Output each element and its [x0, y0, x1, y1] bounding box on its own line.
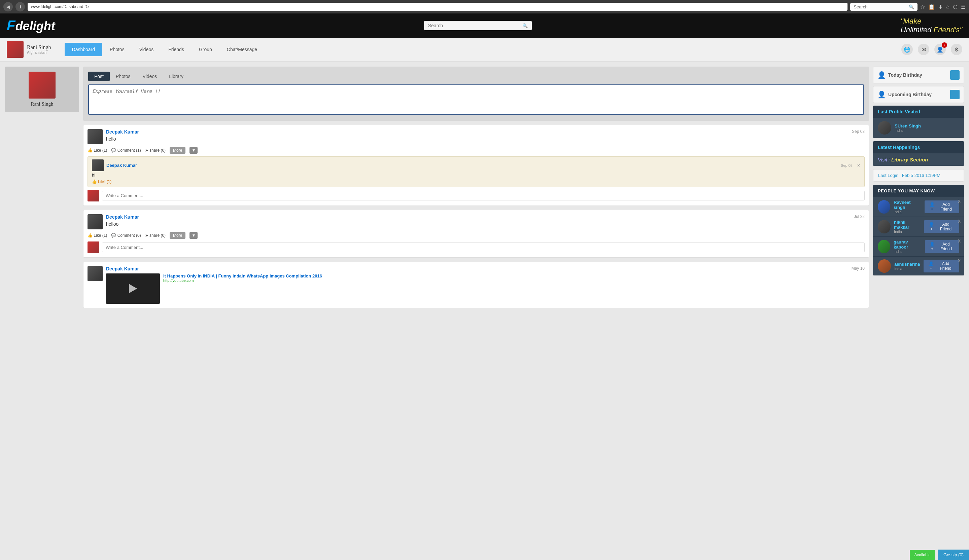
comment-close-1[interactable]: ✕ — [857, 163, 860, 168]
feed-username-3[interactable]: Deepak Kumar — [106, 266, 848, 271]
add-friend-button-2[interactable]: 👤+ Add Friend — [925, 240, 959, 253]
upcoming-birthday-toggle[interactable] — [950, 90, 959, 99]
site-search-icon[interactable]: 🔍 — [522, 23, 528, 28]
more-arrow-1[interactable]: ▼ — [190, 147, 198, 154]
browser-search-input[interactable] — [854, 4, 907, 10]
site-tagline: "Make Unlimited Friend's" — [901, 17, 962, 34]
people-name-3[interactable]: ashusharma — [894, 262, 920, 267]
last-login-bar: Last Login : Feb 5 2016 1:19PM — [873, 169, 964, 182]
feed-date-3: May 10 — [852, 266, 865, 271]
people-close-1[interactable]: X — [958, 219, 961, 224]
people-country-0: India — [894, 210, 921, 214]
today-birthday-toggle[interactable] — [950, 70, 959, 80]
post-tab-post[interactable]: Post — [88, 71, 110, 81]
reload-button[interactable]: ↻ — [85, 4, 89, 10]
comment-input-area-1 — [88, 190, 865, 201]
bookmark-star-icon[interactable]: ☆ — [920, 4, 925, 10]
comment-button-2[interactable]: 💬 Comment (0) — [111, 233, 141, 238]
people-name-0[interactable]: Ravneet singh — [894, 200, 921, 210]
happenings-library-text[interactable]: Library Section — [891, 157, 928, 163]
profile-card: Rani Singh — [5, 66, 79, 112]
people-close-3[interactable]: X — [958, 259, 961, 263]
tagline-unlimited: Unlimited — [901, 26, 934, 34]
feed-username-1[interactable]: Deepak Kumar — [106, 129, 139, 135]
add-friend-button-0[interactable]: 👤+ Add Friend — [924, 201, 959, 213]
last-profile-body: SUren SIngh India — [873, 118, 964, 138]
upcoming-birthday-left: 👤 Upcoming Birthday — [877, 90, 932, 98]
site-search-input[interactable] — [428, 23, 519, 28]
last-profile-header: Last Profile Visited — [873, 106, 964, 118]
back-button[interactable]: ◀ — [3, 2, 13, 12]
like-button-1[interactable]: 👍 Like (1) — [88, 148, 107, 153]
comment-input-avatar-1 — [88, 190, 99, 201]
comment-input-2[interactable] — [102, 243, 865, 252]
menu-icon[interactable]: ☰ — [961, 4, 966, 10]
reading-list-icon[interactable]: 📋 — [928, 4, 935, 10]
tagline-friends: Friend's" — [934, 26, 962, 34]
post-tabs: Post Photos Videos Library — [88, 71, 864, 81]
last-profile-country: India — [895, 128, 921, 133]
happenings-visit-text[interactable]: Visit — [878, 157, 887, 163]
people-close-2[interactable]: X — [958, 239, 961, 244]
more-arrow-2[interactable]: ▼ — [190, 232, 198, 239]
comment-button-1[interactable]: 💬 Comment (1) — [111, 148, 141, 153]
like-button-2[interactable]: 👍 Like (1) — [88, 233, 107, 238]
comment-username-1[interactable]: Deepak Kumar — [107, 163, 137, 168]
browser-toolbar: ☆ 📋 ⬇ ⌂ ⬡ ☰ — [920, 4, 966, 10]
home-icon[interactable]: ⌂ — [946, 4, 949, 10]
more-button-1[interactable]: More — [170, 147, 185, 154]
today-birthday-icon: 👤 — [877, 71, 886, 79]
video-thumb-3[interactable] — [106, 273, 160, 304]
add-friend-icon-3: 👤+ — [927, 261, 935, 271]
left-sidebar: Rani Singh — [5, 66, 79, 308]
url-bar: www.fdelight.com/Dashboard ↻ — [28, 3, 847, 11]
comment-input-1[interactable] — [102, 191, 865, 201]
people-name-1[interactable]: nikhil makkar — [894, 219, 921, 230]
add-friend-button-1[interactable]: 👤+ Add Friend — [924, 220, 959, 233]
globe-icon-btn[interactable]: 🌐 — [901, 44, 913, 55]
happenings-header: Latest Happenings — [873, 141, 964, 153]
people-avatar-1 — [878, 220, 891, 233]
post-tab-library[interactable]: Library — [163, 71, 190, 81]
people-close-0[interactable]: X — [958, 199, 961, 204]
last-profile-name[interactable]: SUren SIngh — [895, 123, 921, 128]
site-logo: Fdelight — [7, 18, 55, 34]
post-tab-videos[interactable]: Videos — [137, 71, 163, 81]
comment-like-1[interactable]: 👍 Like (1) — [92, 179, 112, 184]
people-name-2[interactable]: gaurav kapoor — [894, 239, 922, 249]
post-tab-photos[interactable]: Photos — [110, 71, 137, 81]
pocket-icon[interactable]: ⬡ — [953, 4, 957, 10]
people-country-2: India — [894, 249, 922, 254]
people-section: PEOPLE YOU MAY KNOW Ravneet singh India … — [873, 185, 964, 276]
profile-name: Rani Singh — [31, 101, 53, 107]
people-country-3: India — [894, 267, 920, 271]
browser-search-icon: 🔍 — [909, 4, 914, 10]
tab-videos[interactable]: Videos — [132, 43, 161, 56]
comment-input-avatar-2 — [88, 241, 99, 253]
post-textarea[interactable] — [88, 85, 864, 115]
today-birthday-label: Today Birthday — [888, 72, 922, 78]
site-search-bar: 🔍 — [424, 21, 532, 30]
share-button-2[interactable]: ➤ share (0) — [145, 233, 166, 238]
info-button[interactable]: ℹ — [15, 2, 25, 12]
more-button-2[interactable]: More — [170, 232, 185, 239]
notification-badge: 7 — [942, 42, 947, 48]
feed-content-row-3: It Happens Only In INDIA | Funny Indain … — [106, 273, 848, 304]
video-title-3[interactable]: It Happens Only In INDIA | Funny Indain … — [163, 273, 848, 279]
mail-icon-btn[interactable]: ✉ — [918, 44, 929, 55]
tab-friends[interactable]: Friends — [161, 43, 191, 56]
tab-dashboard[interactable]: Dashboard — [65, 43, 103, 56]
tab-chat[interactable]: Chat/Message — [220, 43, 265, 56]
feed-username-2[interactable]: Deepak Kumar — [106, 214, 139, 219]
url-text: www.fdelight.com/Dashboard — [31, 4, 83, 9]
tab-group[interactable]: Group — [191, 43, 220, 56]
settings-icon-btn[interactable]: ⚙ — [951, 44, 962, 55]
tab-photos[interactable]: Photos — [102, 43, 132, 56]
today-birthday-left: 👤 Today Birthday — [877, 71, 922, 79]
people-country-1: India — [894, 230, 921, 234]
tagline-make: "Make — [901, 17, 922, 25]
share-button-1[interactable]: ➤ share (0) — [145, 148, 166, 153]
download-icon[interactable]: ⬇ — [938, 4, 943, 10]
notifications-icon-btn[interactable]: 👤 7 — [934, 44, 946, 55]
add-friend-button-3[interactable]: 👤+ Add Friend — [924, 260, 959, 273]
